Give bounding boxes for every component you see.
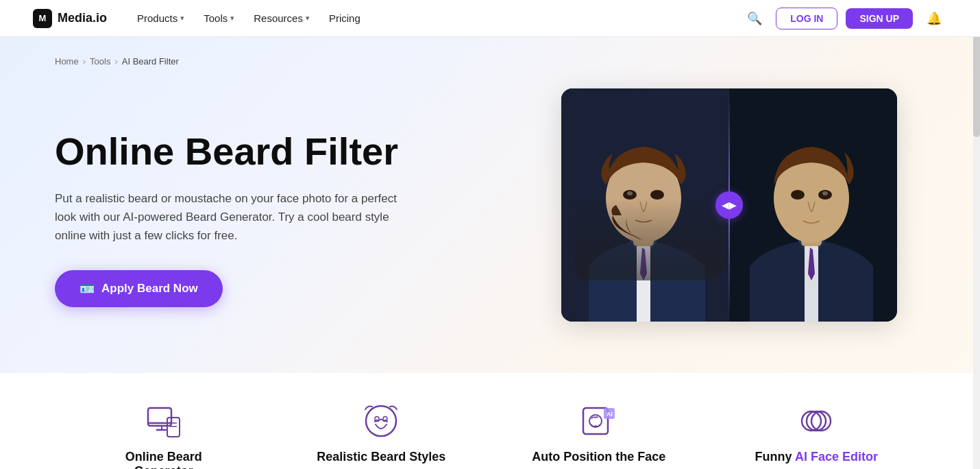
breadcrumb: Home › Tools › AI Beard Filter	[55, 56, 179, 67]
svg-rect-2	[633, 222, 654, 246]
feature-label-auto-position: Auto Position the Face	[532, 450, 665, 464]
svg-text:AI: AI	[607, 411, 613, 418]
nav-tools-label: Tools	[204, 12, 228, 24]
feature-label-beard-generator: Online Beard Generator	[95, 450, 232, 469]
nav-item-products[interactable]: Products ▾	[129, 8, 193, 28]
hero-section: Home › Tools › AI Beard Filter Online Be…	[0, 37, 980, 373]
feature-item-ai-face-editor: Funny AI Face Editor	[748, 400, 885, 464]
nav-item-tools[interactable]: Tools ▾	[195, 8, 243, 28]
hero-description: Put a realistic beard or moustache on yo…	[55, 189, 411, 245]
apply-beard-label: Apply Beard Now	[101, 282, 198, 296]
breadcrumb-separator-1: ›	[83, 56, 86, 67]
auto-position-icon: AI	[578, 400, 620, 442]
split-arrows-icon: ◀▶	[722, 200, 737, 211]
image-right-half	[729, 88, 897, 322]
svg-point-13	[822, 191, 828, 195]
feature-item-beard-generator: Online Beard Generator	[95, 400, 232, 469]
svg-point-6	[627, 191, 633, 195]
logo-text: Media.io	[58, 11, 107, 25]
split-image-container: ◀▶	[561, 88, 897, 322]
feature-item-auto-position: AI Auto Position the Face	[530, 400, 667, 464]
svg-point-11	[791, 190, 805, 200]
scrollbar[interactable]	[973, 0, 980, 469]
feature-label-ai-face-editor: Funny AI Face Editor	[755, 450, 878, 464]
chevron-down-icon: ▾	[230, 14, 234, 23]
svg-point-5	[650, 190, 664, 200]
breadcrumb-separator-2: ›	[114, 56, 117, 67]
apply-beard-icon: 🪪	[79, 281, 95, 296]
signup-button[interactable]: SIGN UP	[846, 8, 913, 29]
chevron-down-icon: ▾	[306, 14, 310, 23]
hero-title: Online Beard Filter	[55, 130, 534, 173]
svg-rect-1	[637, 246, 650, 322]
nav-left: M Media.io Products ▾ Tools ▾ Resources …	[33, 8, 369, 28]
ai-face-editor-icon	[796, 400, 837, 442]
logo-icon: M	[33, 9, 52, 28]
nav-products-label: Products	[137, 12, 177, 24]
nav-item-resources[interactable]: Resources ▾	[245, 8, 318, 28]
features-strip: Online Beard Generator Realistic Beard S…	[0, 373, 980, 469]
bell-icon[interactable]: 🔔	[921, 8, 947, 29]
beard-styles-icon	[360, 400, 402, 442]
hero-left: Online Beard Filter Put a realistic bear…	[55, 103, 534, 306]
feature-label-beard-styles: Realistic Beard Styles	[317, 450, 445, 464]
breadcrumb-current: AI Beard Filter	[122, 56, 179, 67]
beard-generator-icon	[143, 400, 184, 442]
search-icon[interactable]: 🔍	[742, 8, 768, 29]
feature-highlight: AI Face Editor	[795, 450, 878, 464]
nav-resources-label: Resources	[254, 12, 303, 24]
breadcrumb-tools[interactable]: Tools	[90, 56, 110, 67]
feature-item-beard-styles: Realistic Beard Styles	[313, 400, 450, 464]
hero-right: ◀▶	[534, 88, 926, 322]
svg-point-30	[807, 411, 826, 431]
nav-right: 🔍 LOG IN SIGN UP 🔔	[742, 8, 947, 29]
man-left-svg	[561, 88, 729, 322]
apply-beard-button[interactable]: 🪪 Apply Beard Now	[55, 270, 223, 307]
man-right-svg	[729, 88, 897, 322]
image-left-half	[561, 88, 729, 322]
svg-rect-18	[167, 418, 180, 437]
nav-menu: Products ▾ Tools ▾ Resources ▾ Pricing	[129, 8, 369, 28]
logo[interactable]: M Media.io	[33, 9, 107, 28]
svg-point-21	[366, 406, 396, 436]
split-handle[interactable]: ◀▶	[715, 191, 743, 219]
chevron-down-icon: ▾	[180, 14, 184, 23]
nav-item-pricing[interactable]: Pricing	[321, 8, 369, 28]
navbar: M Media.io Products ▾ Tools ▾ Resources …	[0, 0, 980, 37]
nav-pricing-label: Pricing	[329, 12, 360, 24]
login-button[interactable]: LOG IN	[776, 8, 837, 29]
breadcrumb-home[interactable]: Home	[55, 56, 79, 67]
hero-image-card: ◀▶	[561, 88, 897, 322]
